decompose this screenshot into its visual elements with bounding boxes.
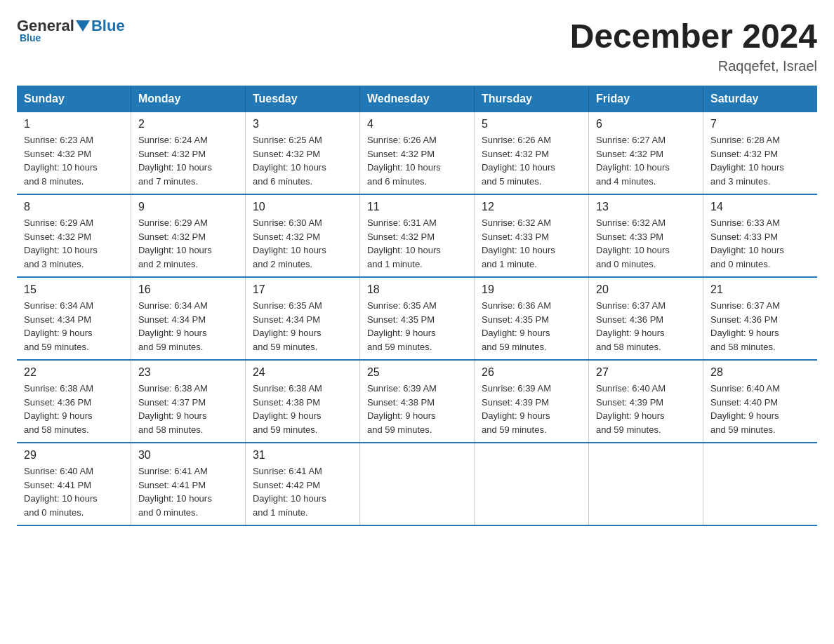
day-number: 25: [367, 366, 467, 379]
calendar-cell: 15 Sunrise: 6:34 AMSunset: 4:34 PMDaylig…: [17, 277, 131, 360]
header-monday: Monday: [131, 86, 245, 112]
header-saturday: Saturday: [703, 86, 817, 112]
day-info: Sunrise: 6:29 AMSunset: 4:32 PMDaylight:…: [24, 216, 124, 271]
calendar-cell: 28 Sunrise: 6:40 AMSunset: 4:40 PMDaylig…: [703, 360, 817, 443]
calendar-cell: 7 Sunrise: 6:28 AMSunset: 4:32 PMDayligh…: [703, 112, 817, 194]
day-info: Sunrise: 6:26 AMSunset: 4:32 PMDaylight:…: [482, 133, 581, 188]
day-number: 12: [482, 201, 581, 213]
header-sunday: Sunday: [17, 86, 131, 112]
calendar-cell: 17 Sunrise: 6:35 AMSunset: 4:34 PMDaylig…: [245, 277, 359, 360]
day-number: 6: [596, 118, 696, 130]
calendar-cell: 27 Sunrise: 6:40 AMSunset: 4:39 PMDaylig…: [589, 360, 703, 443]
calendar-cell: 5 Sunrise: 6:26 AMSunset: 4:32 PMDayligh…: [474, 112, 588, 194]
page-title: December 2024: [570, 17, 817, 55]
day-number: 23: [138, 366, 238, 379]
header-wednesday: Wednesday: [359, 86, 474, 112]
header-tuesday: Tuesday: [245, 86, 359, 112]
day-number: 11: [367, 201, 467, 213]
calendar-table: Sunday Monday Tuesday Wednesday Thursday…: [17, 86, 817, 526]
day-info: Sunrise: 6:27 AMSunset: 4:32 PMDaylight:…: [596, 133, 696, 188]
calendar-cell: 16 Sunrise: 6:34 AMSunset: 4:34 PMDaylig…: [131, 277, 245, 360]
day-number: 4: [367, 118, 467, 130]
day-number: 21: [710, 283, 810, 296]
calendar-cell: 6 Sunrise: 6:27 AMSunset: 4:32 PMDayligh…: [589, 112, 703, 194]
calendar-cell: 14 Sunrise: 6:33 AMSunset: 4:33 PMDaylig…: [703, 194, 817, 277]
calendar-cell: 24 Sunrise: 6:38 AMSunset: 4:38 PMDaylig…: [245, 360, 359, 443]
calendar-cell: 26 Sunrise: 6:39 AMSunset: 4:39 PMDaylig…: [474, 360, 588, 443]
day-number: 9: [138, 201, 238, 213]
day-info: Sunrise: 6:38 AMSunset: 4:38 PMDaylight:…: [253, 382, 352, 436]
day-number: 19: [482, 283, 581, 296]
day-info: Sunrise: 6:23 AMSunset: 4:32 PMDaylight:…: [24, 133, 124, 188]
calendar-cell: 18 Sunrise: 6:35 AMSunset: 4:35 PMDaylig…: [359, 277, 474, 360]
calendar-week-row: 8 Sunrise: 6:29 AMSunset: 4:32 PMDayligh…: [17, 194, 817, 277]
calendar-cell: 29 Sunrise: 6:40 AMSunset: 4:41 PMDaylig…: [17, 443, 131, 525]
day-number: 8: [24, 201, 124, 213]
logo-triangle-icon: [76, 20, 90, 32]
calendar-week-row: 29 Sunrise: 6:40 AMSunset: 4:41 PMDaylig…: [17, 443, 817, 525]
page-subtitle: Raqqefet, Israel: [570, 58, 817, 74]
day-info: Sunrise: 6:35 AMSunset: 4:34 PMDaylight:…: [253, 299, 352, 354]
logo-underline: Blue: [20, 32, 41, 43]
day-number: 26: [482, 366, 581, 379]
day-number: 27: [596, 366, 696, 379]
calendar-cell: 8 Sunrise: 6:29 AMSunset: 4:32 PMDayligh…: [17, 194, 131, 277]
day-number: 22: [24, 366, 124, 379]
day-info: Sunrise: 6:28 AMSunset: 4:32 PMDaylight:…: [710, 133, 810, 188]
page-header: General Blue Blue December 2024 Raqqefet…: [17, 17, 817, 74]
calendar-cell: 1 Sunrise: 6:23 AMSunset: 4:32 PMDayligh…: [17, 112, 131, 194]
calendar-header-row: Sunday Monday Tuesday Wednesday Thursday…: [17, 86, 817, 112]
day-info: Sunrise: 6:41 AMSunset: 4:41 PMDaylight:…: [138, 464, 238, 519]
calendar-cell: 2 Sunrise: 6:24 AMSunset: 4:32 PMDayligh…: [131, 112, 245, 194]
day-number: 10: [253, 201, 352, 213]
day-number: 31: [253, 449, 352, 462]
calendar-cell: [589, 443, 703, 525]
day-info: Sunrise: 6:40 AMSunset: 4:40 PMDaylight:…: [710, 382, 810, 436]
day-number: 15: [24, 283, 124, 296]
day-number: 24: [253, 366, 352, 379]
header-thursday: Thursday: [474, 86, 588, 112]
day-number: 28: [710, 366, 810, 379]
calendar-week-row: 22 Sunrise: 6:38 AMSunset: 4:36 PMDaylig…: [17, 360, 817, 443]
calendar-cell: 9 Sunrise: 6:29 AMSunset: 4:32 PMDayligh…: [131, 194, 245, 277]
calendar-cell: 20 Sunrise: 6:37 AMSunset: 4:36 PMDaylig…: [589, 277, 703, 360]
day-number: 16: [138, 283, 238, 296]
calendar-cell: 4 Sunrise: 6:26 AMSunset: 4:32 PMDayligh…: [359, 112, 474, 194]
day-info: Sunrise: 6:38 AMSunset: 4:36 PMDaylight:…: [24, 382, 124, 436]
calendar-cell: 3 Sunrise: 6:25 AMSunset: 4:32 PMDayligh…: [245, 112, 359, 194]
day-number: 30: [138, 449, 238, 462]
day-info: Sunrise: 6:37 AMSunset: 4:36 PMDaylight:…: [710, 299, 810, 354]
calendar-cell: 30 Sunrise: 6:41 AMSunset: 4:41 PMDaylig…: [131, 443, 245, 525]
calendar-cell: 11 Sunrise: 6:31 AMSunset: 4:32 PMDaylig…: [359, 194, 474, 277]
logo-blue-text: Blue: [91, 17, 125, 35]
day-info: Sunrise: 6:39 AMSunset: 4:39 PMDaylight:…: [482, 382, 581, 436]
day-info: Sunrise: 6:25 AMSunset: 4:32 PMDaylight:…: [253, 133, 352, 188]
day-info: Sunrise: 6:35 AMSunset: 4:35 PMDaylight:…: [367, 299, 467, 354]
calendar-cell: 21 Sunrise: 6:37 AMSunset: 4:36 PMDaylig…: [703, 277, 817, 360]
header-friday: Friday: [589, 86, 703, 112]
calendar-cell: 22 Sunrise: 6:38 AMSunset: 4:36 PMDaylig…: [17, 360, 131, 443]
day-number: 5: [482, 118, 581, 130]
day-info: Sunrise: 6:34 AMSunset: 4:34 PMDaylight:…: [138, 299, 238, 354]
day-info: Sunrise: 6:38 AMSunset: 4:37 PMDaylight:…: [138, 382, 238, 436]
day-info: Sunrise: 6:40 AMSunset: 4:41 PMDaylight:…: [24, 464, 124, 519]
day-number: 20: [596, 283, 696, 296]
day-info: Sunrise: 6:29 AMSunset: 4:32 PMDaylight:…: [138, 216, 238, 271]
day-number: 29: [24, 449, 124, 462]
calendar-cell: [359, 443, 474, 525]
day-info: Sunrise: 6:41 AMSunset: 4:42 PMDaylight:…: [253, 464, 352, 519]
calendar-week-row: 15 Sunrise: 6:34 AMSunset: 4:34 PMDaylig…: [17, 277, 817, 360]
calendar-cell: [474, 443, 588, 525]
day-number: 3: [253, 118, 352, 130]
day-number: 7: [710, 118, 810, 130]
calendar-week-row: 1 Sunrise: 6:23 AMSunset: 4:32 PMDayligh…: [17, 112, 817, 194]
day-info: Sunrise: 6:32 AMSunset: 4:33 PMDaylight:…: [596, 216, 696, 271]
calendar-cell: 31 Sunrise: 6:41 AMSunset: 4:42 PMDaylig…: [245, 443, 359, 525]
day-info: Sunrise: 6:33 AMSunset: 4:33 PMDaylight:…: [710, 216, 810, 271]
day-info: Sunrise: 6:30 AMSunset: 4:32 PMDaylight:…: [253, 216, 352, 271]
day-info: Sunrise: 6:39 AMSunset: 4:38 PMDaylight:…: [367, 382, 467, 436]
day-number: 17: [253, 283, 352, 296]
title-block: December 2024 Raqqefet, Israel: [570, 17, 817, 74]
calendar-cell: [703, 443, 817, 525]
day-number: 2: [138, 118, 238, 130]
